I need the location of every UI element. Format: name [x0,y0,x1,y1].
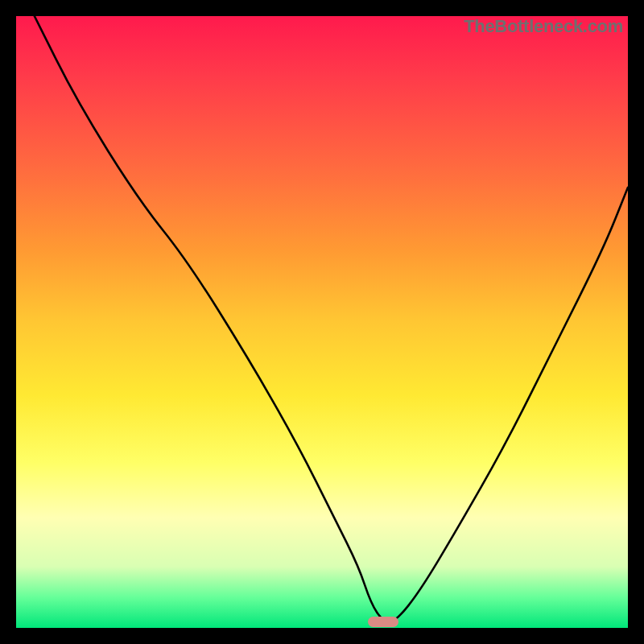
bottleneck-curve [16,16,628,628]
chart-plot-area: TheBottleneck.com [16,16,628,628]
chart-frame: TheBottleneck.com [0,0,644,644]
optimum-marker [368,617,398,628]
